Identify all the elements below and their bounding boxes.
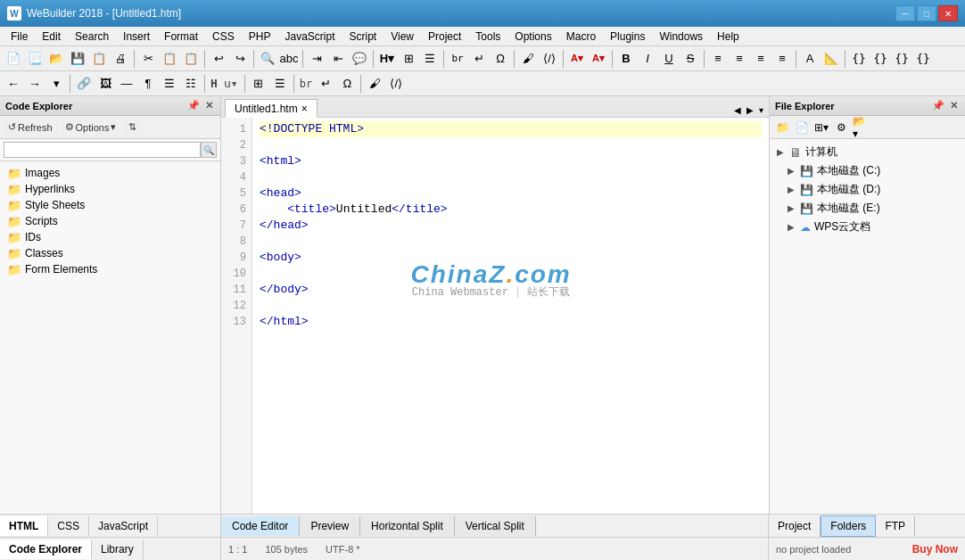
redo-button[interactable]: ↪ — [230, 49, 250, 69]
fe-view-button[interactable]: ⊞▾ — [812, 119, 830, 136]
menu-plugins[interactable]: Plugins — [603, 29, 652, 45]
hr-button[interactable]: — — [117, 74, 136, 94]
list-button[interactable]: ☰ — [420, 49, 440, 69]
h-tag-button[interactable]: H▾ — [377, 49, 397, 69]
options-button[interactable]: ⚙ Options ▾ — [61, 119, 121, 136]
menu-script[interactable]: Script — [342, 29, 384, 45]
fe-new-file-button[interactable]: 📄 — [793, 119, 811, 136]
menu-format[interactable]: Format — [157, 29, 205, 45]
brace-btn-3[interactable]: {} — [892, 49, 911, 69]
tab-library[interactable]: Library — [92, 539, 144, 559]
brace-btn-4[interactable]: {} — [913, 49, 933, 69]
tab-close-icon[interactable]: × — [301, 103, 308, 115]
menu-file[interactable]: File — [4, 29, 35, 45]
ul-button[interactable]: ☰ — [160, 74, 179, 94]
menu-view[interactable]: View — [384, 29, 421, 45]
brace-btn-1[interactable]: {} — [849, 49, 869, 69]
font-color-button[interactable]: A▾ — [589, 49, 608, 69]
tree-item-scripts[interactable]: 📁 Scripts — [0, 213, 220, 229]
heading-dropdown[interactable]: u▾ — [221, 74, 241, 94]
tree-item-stylesheets[interactable]: 📁 Style Sheets — [0, 197, 220, 213]
color-picker-button[interactable]: 🖌 — [518, 49, 538, 69]
menu-javascript[interactable]: JavaScript — [277, 29, 342, 45]
tab-code-explorer-secondary[interactable]: Code Explorer — [0, 539, 92, 559]
tree-item-hyperlinks[interactable]: 📁 Hyperlinks — [0, 181, 220, 197]
save-all-button[interactable]: 📋 — [89, 49, 109, 69]
fe-new-folder-button[interactable]: 📁 — [773, 119, 791, 136]
comment-button[interactable]: 💬 — [350, 49, 369, 69]
file-tree-drive-d[interactable]: ▶ 💾 本地磁盘 (D:) — [770, 180, 965, 199]
list2-button[interactable]: ☰ — [270, 74, 290, 94]
br-button[interactable]: br — [448, 49, 467, 69]
tab-css[interactable]: CSS — [48, 516, 89, 536]
link-button[interactable]: 🔗 — [74, 74, 94, 94]
underline-button[interactable]: U — [659, 49, 679, 69]
nav-dropdown[interactable]: ▾ — [46, 74, 66, 94]
file-tree-drive-e[interactable]: ▶ 💾 本地磁盘 (E:) — [770, 199, 965, 218]
brush-button[interactable]: 🖌 — [365, 74, 384, 94]
menu-css[interactable]: CSS — [205, 29, 242, 45]
menu-insert[interactable]: Insert — [116, 29, 157, 45]
highlight-button[interactable]: A — [800, 49, 820, 69]
tab-code-editor[interactable]: Code Editor — [221, 516, 300, 536]
indent-button[interactable]: ⇥ — [307, 49, 326, 69]
close-right-panel-button[interactable]: ✕ — [948, 100, 960, 111]
p-button[interactable]: ↵ — [469, 49, 489, 69]
forward-button[interactable]: → — [25, 74, 45, 94]
copy-button[interactable]: 📋 — [160, 49, 179, 69]
tab-preview[interactable]: Preview — [300, 516, 360, 536]
maximize-button[interactable]: □ — [917, 5, 936, 21]
pilcrow-button[interactable]: ¶ — [138, 74, 158, 94]
spellcheck-button[interactable]: abc — [279, 49, 299, 69]
tab-next-button[interactable]: ▶ — [745, 103, 755, 117]
buy-now-button[interactable]: Buy Now — [912, 543, 958, 556]
code-button[interactable]: ⟨/⟩ — [386, 74, 406, 94]
menu-tools[interactable]: Tools — [468, 29, 507, 45]
open-button[interactable]: 📂 — [46, 49, 66, 69]
back-button[interactable]: ← — [4, 74, 23, 94]
tree-item-form-elements[interactable]: 📁 Form Elements — [0, 261, 220, 277]
code-editor[interactable]: 1 2 3 4 5 6 7 8 9 10 11 12 13 <!DOCTYPE … — [221, 118, 769, 514]
menu-help[interactable]: Help — [710, 29, 746, 45]
tab-folders[interactable]: Folders — [821, 515, 876, 537]
file-tree-pc[interactable]: ▶ 🖥 计算机 — [770, 143, 965, 161]
image-button[interactable]: 🖼 — [95, 74, 115, 94]
menu-windows[interactable]: Windows — [652, 29, 710, 45]
menu-project[interactable]: Project — [421, 29, 468, 45]
pin-icon-right[interactable]: 📌 — [930, 100, 946, 111]
enter-button[interactable]: ↵ — [316, 74, 335, 94]
align-right-button[interactable]: ≡ — [751, 49, 771, 69]
fe-folder-button[interactable]: 📂▾ — [852, 119, 870, 136]
tab-vertical-split[interactable]: Vertical Split — [455, 516, 536, 536]
italic-button[interactable]: I — [638, 49, 657, 69]
menu-search[interactable]: Search — [68, 29, 116, 45]
file-tree-wps[interactable]: ▶ ☁ WPS云文档 — [770, 218, 965, 236]
strikethrough-button[interactable]: S — [680, 49, 700, 69]
special-char-button[interactable]: Ω — [491, 49, 510, 69]
snippet-button[interactable]: ⟨/⟩ — [540, 49, 559, 69]
menu-php[interactable]: PHP — [242, 29, 278, 45]
editor-tab-untitled1[interactable]: Untitled1.htm × — [225, 99, 318, 118]
refresh-button[interactable]: ↺ Refresh — [4, 119, 57, 136]
outdent-button[interactable]: ⇤ — [328, 49, 348, 69]
tab-html[interactable]: HTML — [0, 516, 48, 536]
print-button[interactable]: 🖨 — [111, 49, 130, 69]
tab-ftp[interactable]: FTP — [876, 516, 915, 536]
brace-btn-2[interactable]: {} — [870, 49, 890, 69]
omega-button[interactable]: Ω — [337, 74, 357, 94]
file-tree-drive-c[interactable]: ▶ 💾 本地磁盘 (C:) — [770, 161, 965, 180]
font-size-button[interactable]: A▾ — [567, 49, 587, 69]
align-center-button[interactable]: ≡ — [730, 49, 749, 69]
close-button[interactable]: ✕ — [938, 5, 958, 21]
tree-item-ids[interactable]: 📁 IDs — [0, 229, 220, 245]
format-options[interactable]: 📐 — [821, 49, 841, 69]
menu-macro[interactable]: Macro — [559, 29, 603, 45]
minimize-button[interactable]: ─ — [895, 5, 915, 21]
table2-button[interactable]: ⊞ — [249, 74, 268, 94]
tree-item-images[interactable]: 📁 Images — [0, 165, 220, 181]
search-button[interactable]: 🔍 — [201, 142, 217, 158]
table-button[interactable]: ⊞ — [399, 49, 418, 69]
new-from-tpl-button[interactable]: 📃 — [25, 49, 45, 69]
tab-list-button[interactable]: ▾ — [757, 103, 765, 117]
tab-project[interactable]: Project — [769, 516, 821, 536]
